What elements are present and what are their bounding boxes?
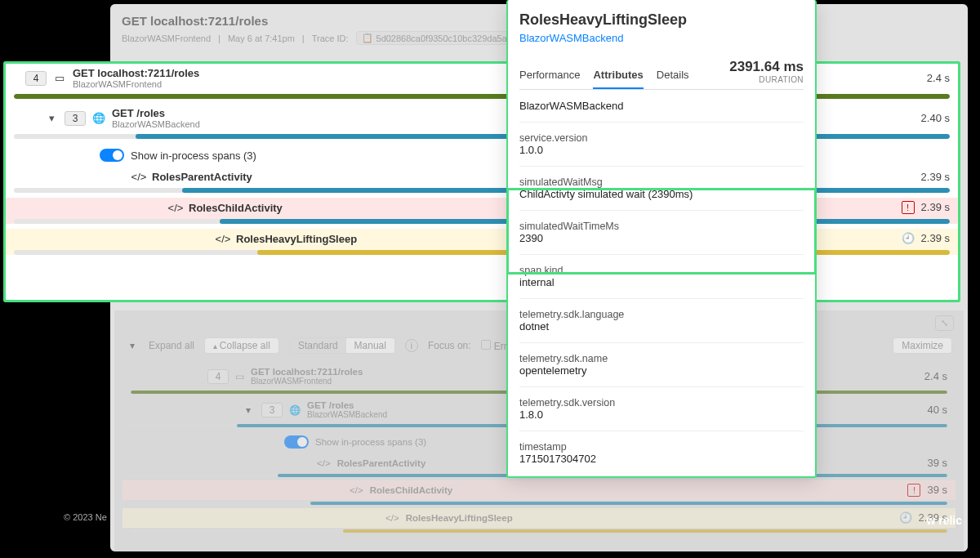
- clock-icon: 🕘: [899, 511, 912, 525]
- row-title: GET localhost:7211/roles: [73, 67, 199, 79]
- attribute-row: telemetry.sdk.name opentelemetry: [519, 343, 804, 387]
- kpi-label: DURATION: [729, 75, 804, 84]
- header-service: BlazorWASMFrontend: [122, 33, 211, 43]
- seg-manual[interactable]: Manual: [346, 338, 394, 353]
- seg-standard[interactable]: Standard: [290, 338, 346, 353]
- row-title: GET /roles: [112, 107, 200, 119]
- attribute-row: simulatedWaitMsg ChildActivty simulated …: [519, 167, 804, 211]
- tab-attributes[interactable]: Attributes: [593, 69, 643, 89]
- code-icon: </>: [169, 201, 182, 214]
- code-icon: </>: [317, 458, 331, 468]
- row-title: RolesHeavyLiftingSleep: [236, 233, 357, 245]
- footer-brand: w relic: [926, 514, 962, 527]
- row-count-chip: 3: [65, 111, 86, 126]
- attribute-list: BlazorWASMBackend service.version 1.0.0 …: [519, 90, 804, 475]
- row-subtitle: BlazorWASMBackend: [112, 119, 200, 129]
- toggle-in-process-spans[interactable]: [284, 435, 309, 449]
- highlighted-trace-section: 4 ▭ GET localhost:7211/roles BlazorWASMF…: [3, 61, 960, 302]
- code-icon: </>: [216, 232, 229, 245]
- row-duration: 2.4 s: [901, 72, 950, 84]
- row-duration: !2.39 s: [901, 201, 950, 214]
- kpi-value: 2391.64 ms: [729, 59, 804, 75]
- info-icon[interactable]: i: [405, 339, 418, 352]
- focus-on-label: Focus on:: [428, 340, 471, 351]
- code-icon: </>: [350, 485, 363, 495]
- attribute-row: telemetry.sdk.language dotnet: [519, 299, 804, 343]
- window-icon: ▭: [53, 72, 66, 85]
- attribute-row: timestamp 1715017304702: [519, 431, 804, 475]
- header-timestamp: May 6 at 7:41pm: [228, 33, 295, 43]
- toggle-label: Show in-process spans (3): [131, 150, 256, 162]
- attribute-row: span.kind internal: [519, 255, 804, 299]
- duration-kpi: 2391.64 ms DURATION: [729, 59, 804, 84]
- globe-icon: 🌐: [92, 112, 105, 125]
- tab-details[interactable]: Details: [657, 69, 689, 89]
- attribute-row: service.version 1.0.0: [519, 123, 804, 167]
- row-title: RolesParentActivity: [152, 171, 252, 183]
- row-duration: 2.40 s: [901, 112, 950, 124]
- resize-handle-icon[interactable]: ⤡: [935, 315, 954, 331]
- panel-service-link[interactable]: BlazorWASMBackend: [519, 32, 623, 44]
- code-icon: </>: [132, 170, 145, 183]
- error-icon: !: [902, 201, 915, 214]
- chevron-down-icon[interactable]: ▾: [45, 112, 58, 125]
- globe-icon: 🌐: [289, 404, 301, 416]
- panel-tabs: Performance Attributes Details: [519, 69, 689, 89]
- chevron-down-icon[interactable]: ▾: [126, 339, 139, 352]
- collapse-all-button[interactable]: ▴ Collapse all: [204, 337, 279, 354]
- window-icon: ▭: [235, 371, 244, 382]
- footer-copyright: © 2023 Ne: [64, 512, 107, 522]
- tab-performance[interactable]: Performance: [519, 69, 580, 89]
- trace-id-label: Trace ID:: [312, 33, 349, 43]
- copy-icon: 📋: [362, 33, 373, 43]
- row-duration: 🕘2.39 s: [901, 232, 950, 245]
- row-subtitle: BlazorWASMFrontend: [73, 79, 199, 89]
- clock-warning-icon: 🕘: [902, 232, 915, 245]
- row-title: RolesChildActivity: [189, 202, 283, 214]
- toggle-in-process-spans[interactable]: [100, 149, 124, 162]
- attribute-row: BlazorWASMBackend: [519, 90, 804, 123]
- row-count-chip: 4: [25, 71, 47, 86]
- span-details-panel: RolesHeavyLiftingSleep BlazorWASMBackend…: [506, 0, 817, 478]
- panel-title: RolesHeavyLiftingSleep: [519, 11, 804, 29]
- code-icon: </>: [385, 513, 399, 523]
- attribute-row: telemetry.sdk.version 1.8.0: [519, 387, 804, 431]
- view-mode-segment[interactable]: Standard Manual: [289, 337, 395, 354]
- attribute-row: simulatedWaitTimeMs 2390: [519, 211, 804, 255]
- error-icon: !: [907, 484, 920, 497]
- row-duration: 2.39 s: [901, 171, 950, 183]
- maximize-button[interactable]: Maximize: [893, 337, 952, 354]
- expand-all-button[interactable]: Expand all: [149, 340, 194, 351]
